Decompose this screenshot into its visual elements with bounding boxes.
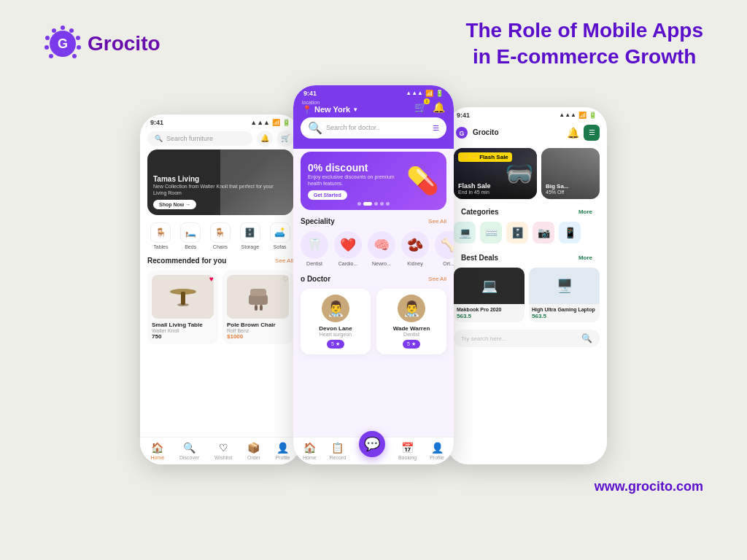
- right-search-bar[interactable]: Try search here... 🔍: [454, 330, 600, 347]
- left-bottom-nav: 🏠 Home 🔍 Discover ♡ Wishlist 📦 Order 👤 P…: [140, 437, 301, 464]
- cat-storage[interactable]: 🗄️ Storage: [240, 222, 260, 249]
- wade-avatar: 👨‍⚕️: [398, 295, 425, 322]
- left-search-input[interactable]: 🔍 Search furniture: [147, 131, 252, 146]
- see-all-recommended[interactable]: See All: [275, 257, 293, 264]
- center-nav-profile[interactable]: 👤 Profile: [430, 442, 444, 460]
- nav-home[interactable]: 🏠 Home: [150, 442, 164, 460]
- deal-laptop[interactable]: 🖥️ High Ultra Gaming Laptop 563.5: [529, 268, 600, 322]
- center-search[interactable]: 🔍 Search for doctor.. ☰: [301, 117, 446, 139]
- center-bell-icon[interactable]: 🔔: [433, 101, 445, 113]
- headline-line2: in E-commerce Growth: [473, 45, 697, 68]
- svg-rect-16: [260, 305, 263, 311]
- spec-ort[interactable]: 🦴 Ort...: [435, 231, 454, 266]
- center-nav-record[interactable]: 📋 Record: [330, 442, 347, 460]
- filter-icon[interactable]: ☰: [433, 124, 439, 132]
- search-placeholder: Search furniture: [166, 135, 213, 142]
- center-nav-booking[interactable]: 📅 Booking: [398, 442, 417, 460]
- big-sale-discount: 45% Off: [546, 190, 595, 195]
- product-card-chair[interactable]: ♡ Pole Brown Chair Rolf Benz $1000: [222, 271, 293, 344]
- cat-sofas[interactable]: 🛋️ Sofas: [270, 222, 290, 249]
- flash-timer: End in 45 min: [458, 190, 533, 195]
- center-cart-icon[interactable]: 🛒 1: [414, 101, 427, 113]
- shop-now-button[interactable]: Shop Now →: [153, 200, 196, 209]
- heart-icon[interactable]: ♥: [209, 275, 214, 283]
- cat-storage-label: Storage: [241, 244, 260, 249]
- center-bottom-nav: 🏠 Home 📋 Record 💬 📅 Booking 👤 Profile: [293, 437, 454, 464]
- promo-banner: 0% discount Enjoy exclusive discounts on…: [301, 152, 446, 210]
- svg-rect-14: [249, 295, 268, 305]
- svg-point-5: [77, 45, 81, 50]
- nav-order[interactable]: 📦 Order: [247, 442, 260, 460]
- right-categories-header: Categories More: [454, 205, 600, 219]
- bell-icon[interactable]: 🔔: [257, 131, 273, 147]
- center-wifi-icon: 📶: [425, 90, 433, 97]
- cat-chairs[interactable]: 🪑 Chairs: [210, 222, 231, 249]
- right-status-bar: 9:41 ▲▲▲ 📶 🔋: [446, 107, 607, 120]
- right-status-icons: ▲▲▲ 📶 🔋: [559, 112, 597, 119]
- see-all-specialty[interactable]: See All: [428, 218, 446, 225]
- nav-wishlist[interactable]: ♡ Wishlist: [214, 442, 232, 460]
- cat-storage[interactable]: 🗄️: [506, 222, 528, 244]
- nav-profile[interactable]: 👤 Profile: [276, 442, 290, 460]
- categories-title: Categories: [461, 208, 499, 216]
- spec-cardio[interactable]: ❤️ Cardio...: [334, 231, 362, 266]
- dentist-label: Dentist: [306, 261, 322, 266]
- chairs-icon: 🪑: [210, 222, 231, 243]
- spec-kidney[interactable]: 🫘 Kidney: [401, 231, 429, 266]
- svg-point-7: [52, 28, 56, 33]
- wishlist-icon: ♡: [219, 442, 228, 454]
- big-sale-title: Big Sa...: [546, 183, 595, 190]
- grocito-small-logo-icon: G: [454, 125, 470, 141]
- cart-icon[interactable]: 🛒: [277, 131, 293, 147]
- doctor-section: o Doctor See All 👨‍⚕️ Devon Lane Heart s…: [293, 272, 454, 357]
- menu-button[interactable]: ☰: [584, 125, 600, 141]
- bookmark-icon[interactable]: ♡: [282, 275, 289, 283]
- promo-text: 0% discount Enjoy exclusive discounts on…: [308, 162, 402, 200]
- center-booking-icon: 📅: [401, 442, 414, 454]
- cat-laptop[interactable]: 💻: [454, 222, 476, 244]
- storage-icon: 🗄️: [240, 222, 260, 243]
- get-started-button[interactable]: Get Started: [308, 190, 347, 200]
- product-name-table: Small Living Table: [152, 322, 214, 328]
- laptop-info: High Ultra Gaming Laptop 563.5: [529, 304, 600, 322]
- devon-avatar: 👨‍⚕️: [322, 295, 349, 322]
- fab-button[interactable]: 💬: [359, 431, 385, 457]
- cat-phone[interactable]: 📱: [559, 222, 581, 244]
- product-card-table[interactable]: ♥ Small Living Table Walter Knoll 750: [147, 271, 218, 344]
- signal-icon: ▲▲▲: [250, 119, 270, 126]
- macbook-info: Makbook Pro 2020 563.5: [454, 304, 525, 322]
- big-sale-card[interactable]: Big Sa... 45% Off: [541, 148, 600, 199]
- left-search-icons: 🔔 🛒: [257, 131, 293, 147]
- doctor-card-devon[interactable]: 👨‍⚕️ Devon Lane Heart surgeon 5 ★: [301, 289, 371, 354]
- nav-home-label: Home: [150, 455, 164, 460]
- doctor-card-wade[interactable]: 👨‍⚕️ Wade Warren Dentist 5 ★: [376, 289, 446, 354]
- spec-dentist[interactable]: 🦷 Dentist: [301, 231, 328, 266]
- spec-neuro[interactable]: 🧠 Newro...: [368, 231, 395, 266]
- svg-point-3: [69, 28, 74, 33]
- svg-rect-17: [250, 289, 266, 296]
- logo-area: G Grocito: [44, 25, 160, 63]
- see-all-doctors[interactable]: See All: [428, 276, 446, 282]
- deals-more[interactable]: More: [578, 254, 592, 261]
- cat-tables[interactable]: 🪑 Tables: [150, 222, 171, 249]
- center-home-icon: 🏠: [303, 442, 316, 454]
- phones-container: 9:41 ▲▲▲ 📶 🔋 🔍 Search furniture 🔔 🛒 Tama…: [0, 78, 747, 479]
- footer: www.grocito.com: [0, 479, 747, 494]
- deal-macbook[interactable]: 💻 Makbook Pro 2020 563.5: [454, 268, 525, 322]
- header: G Grocito The Role of Mobile Apps in E-c…: [0, 0, 747, 78]
- right-bell-icon[interactable]: 🔔: [567, 127, 579, 139]
- center-nav-home[interactable]: 🏠 Home: [303, 442, 317, 460]
- doctor-header: o Doctor See All: [293, 272, 454, 286]
- nav-discover[interactable]: 🔍 Discover: [179, 442, 199, 460]
- svg-point-6: [72, 54, 77, 58]
- recommended-header: Recommended for you See All: [140, 254, 301, 268]
- cat-camera[interactable]: 📷: [533, 222, 554, 244]
- categories-more[interactable]: More: [578, 209, 592, 215]
- cat-beds[interactable]: 🛏️ Beds: [180, 222, 201, 249]
- flash-sale-card[interactable]: 🥽 ⚡ ⚡ Flash Sale Flash Sale End in 45 mi…: [454, 148, 537, 199]
- sofas-icon: 🛋️: [270, 222, 290, 243]
- neuro-icon: 🧠: [368, 231, 395, 259]
- neuro-label: Newro...: [372, 261, 391, 266]
- cat-keyboard[interactable]: ⌨️: [480, 222, 502, 244]
- promo-image: 💊: [406, 166, 439, 196]
